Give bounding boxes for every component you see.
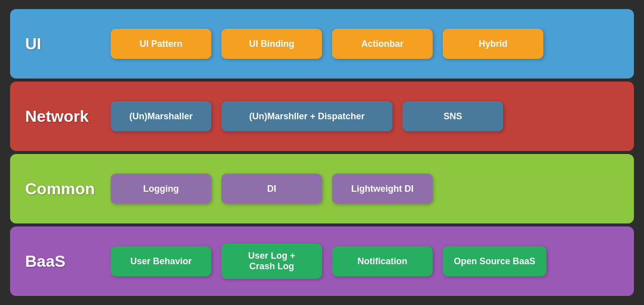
- layer-baas-buttons: User Behavior User Log + Crash Log Notif…: [111, 244, 619, 279]
- btn-notification[interactable]: Notification: [332, 246, 433, 276]
- btn-open-source-baas[interactable]: Open Source BaaS: [443, 246, 546, 276]
- btn-di[interactable]: DI: [221, 174, 322, 204]
- btn-ui-binding[interactable]: UI Binding: [221, 29, 322, 59]
- btn-lightweight-di[interactable]: Lightweight DI: [332, 174, 433, 204]
- btn-ui-pattern[interactable]: UI Pattern: [111, 29, 211, 59]
- btn-actionbar[interactable]: Actionbar: [332, 29, 433, 59]
- btn-un-marshller-dispatcher[interactable]: (Un)Marshller + Dispatcher: [221, 101, 392, 131]
- layer-baas: BaaS User Behavior User Log + Crash Log …: [10, 226, 634, 296]
- architecture-diagram: UI UI Pattern UI Binding Actionbar Hybri…: [10, 9, 634, 296]
- btn-logging[interactable]: Logging: [111, 174, 211, 204]
- layer-baas-label: BaaS: [25, 252, 96, 271]
- layer-common-label: Common: [25, 180, 96, 198]
- layer-common-buttons: Logging DI Lightweight DI: [111, 174, 619, 204]
- layer-common: Common Logging DI Lightweight DI: [10, 154, 634, 223]
- btn-user-log-crash-log[interactable]: User Log + Crash Log: [221, 244, 322, 279]
- layer-ui-label: UI: [25, 35, 96, 53]
- btn-sns[interactable]: SNS: [403, 101, 503, 131]
- btn-un-marshaller[interactable]: (Un)Marshaller: [111, 101, 211, 131]
- layer-ui-buttons: UI Pattern UI Binding Actionbar Hybrid: [111, 29, 619, 59]
- layer-network-label: Network: [25, 107, 96, 126]
- layer-ui: UI UI Pattern UI Binding Actionbar Hybri…: [10, 9, 634, 79]
- layer-network-buttons: (Un)Marshaller (Un)Marshller + Dispatche…: [111, 101, 619, 131]
- layer-network: Network (Un)Marshaller (Un)Marshller + D…: [10, 82, 634, 151]
- btn-user-behavior[interactable]: User Behavior: [111, 246, 211, 276]
- btn-hybrid[interactable]: Hybrid: [443, 29, 543, 59]
